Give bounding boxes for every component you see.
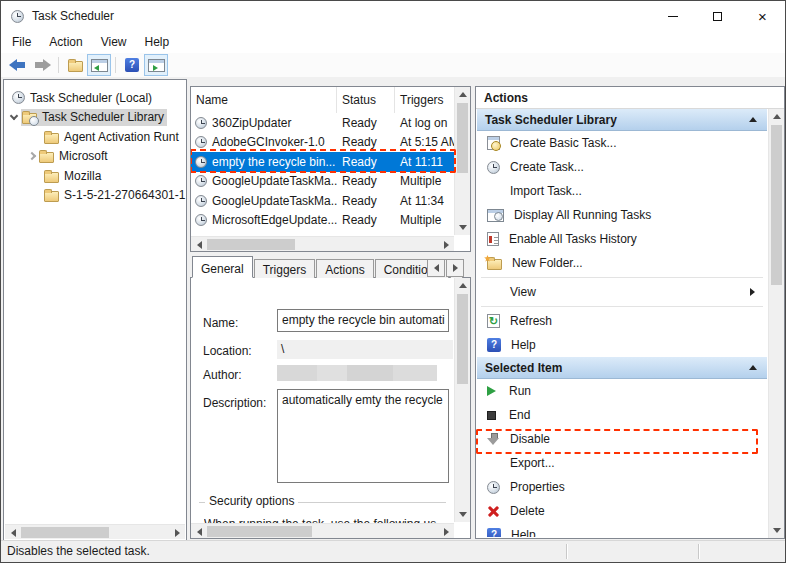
scroll-up-button[interactable] bbox=[769, 109, 785, 124]
scrollbar-thumb[interactable] bbox=[207, 526, 312, 537]
task-row[interactable]: AdobeGCInvoker-1.0 Ready At 5:15 AM bbox=[191, 133, 454, 153]
scroll-right-button[interactable] bbox=[438, 237, 454, 252]
task-row[interactable]: GoogleUpdateTaskMa... Ready Multiple bbox=[191, 172, 454, 192]
task-row[interactable]: GoogleUpdateTaskMa... Ready At 11:34 bbox=[191, 191, 454, 211]
details-vertical-scrollbar[interactable] bbox=[454, 278, 470, 522]
chevron-right-icon[interactable] bbox=[28, 152, 36, 160]
scroll-up-button[interactable] bbox=[455, 87, 471, 102]
description-field[interactable]: automatically emty the recycle bbox=[277, 389, 449, 483]
task-row-selected[interactable]: empty the recycle bin... Ready At 11:11 bbox=[191, 152, 454, 172]
tree-horizontal-scrollbar[interactable] bbox=[5, 524, 185, 539]
scroll-left-button[interactable] bbox=[5, 525, 21, 540]
submenu-arrow-icon bbox=[750, 288, 755, 296]
scroll-right-button[interactable] bbox=[438, 524, 454, 539]
help-button[interactable] bbox=[120, 54, 144, 76]
tree-item-root[interactable]: Task Scheduler (Local) bbox=[4, 88, 186, 108]
task-name-field[interactable]: empty the recycle bin automati bbox=[277, 309, 449, 332]
action-display-running-tasks[interactable]: Display All Running Tasks bbox=[477, 203, 767, 227]
column-header-name[interactable]: Name bbox=[191, 87, 337, 113]
collapse-icon[interactable] bbox=[749, 117, 757, 122]
task-list-horizontal-scrollbar[interactable] bbox=[191, 236, 454, 251]
task-name: MicrosoftEdgeUpdate... bbox=[212, 213, 337, 227]
scrollbar-thumb[interactable] bbox=[457, 103, 468, 173]
section-header-label: Task Scheduler Library bbox=[485, 113, 617, 127]
task-list-vertical-scrollbar[interactable] bbox=[454, 87, 470, 235]
action-pane-toggle-button[interactable] bbox=[144, 54, 168, 76]
section-header-selected-item[interactable]: Selected Item bbox=[477, 357, 767, 379]
menu-view[interactable]: View bbox=[92, 31, 136, 53]
task-row[interactable]: 360ZipUpdater Ready At log on bbox=[191, 113, 454, 133]
action-create-task[interactable]: Create Task... bbox=[477, 155, 767, 179]
action-pane-icon bbox=[148, 59, 165, 72]
display-running-tasks-icon bbox=[487, 209, 504, 222]
forward-button[interactable] bbox=[30, 54, 54, 76]
console-tree-toggle-button[interactable] bbox=[87, 54, 111, 76]
chevron-down-icon[interactable] bbox=[10, 112, 18, 120]
window-title: Task Scheduler bbox=[32, 9, 114, 23]
action-properties[interactable]: Properties bbox=[477, 475, 767, 499]
scroll-down-button[interactable] bbox=[769, 523, 785, 538]
task-status: Ready bbox=[337, 155, 395, 169]
scroll-up-button[interactable] bbox=[455, 278, 471, 293]
action-delete[interactable]: Delete bbox=[477, 499, 767, 523]
disable-icon bbox=[487, 433, 500, 445]
menu-action[interactable]: Action bbox=[40, 31, 91, 53]
action-help-selected[interactable]: Help bbox=[477, 523, 767, 537]
scrollbar-thumb[interactable] bbox=[207, 239, 295, 250]
tree-item-sid[interactable]: S-1-5-21-270664301-1 bbox=[4, 186, 186, 206]
action-help[interactable]: Help bbox=[477, 333, 767, 357]
column-header-triggers[interactable]: Triggers bbox=[395, 87, 454, 113]
scrollbar-thumb[interactable] bbox=[457, 294, 468, 384]
action-enable-history[interactable]: Enable All Tasks History bbox=[477, 227, 767, 251]
scroll-left-button[interactable] bbox=[191, 237, 207, 252]
tab-actions[interactable]: Actions bbox=[316, 259, 373, 278]
scrollbar-thumb[interactable] bbox=[771, 125, 782, 285]
section-header-library[interactable]: Task Scheduler Library bbox=[477, 109, 767, 131]
maximize-button[interactable] bbox=[695, 1, 740, 31]
scroll-right-button[interactable] bbox=[169, 525, 185, 540]
scroll-left-button[interactable] bbox=[191, 524, 207, 539]
close-button[interactable]: × bbox=[740, 1, 785, 31]
tab-general[interactable]: General bbox=[192, 256, 253, 278]
tab-scroll-left-button[interactable] bbox=[427, 259, 445, 277]
menu-file[interactable]: File bbox=[3, 31, 40, 53]
scrollbar-thumb[interactable] bbox=[21, 527, 109, 538]
tree-item-microsoft[interactable]: Microsoft bbox=[4, 147, 186, 167]
task-name: 360ZipUpdater bbox=[212, 116, 291, 130]
action-label: Refresh bbox=[510, 314, 552, 328]
action-view[interactable]: View bbox=[477, 280, 767, 304]
actions-vertical-scrollbar[interactable] bbox=[768, 109, 784, 538]
scroll-down-button[interactable] bbox=[455, 507, 471, 522]
collapse-icon[interactable] bbox=[749, 365, 757, 370]
action-new-folder[interactable]: New Folder... bbox=[477, 251, 767, 275]
minimize-button[interactable] bbox=[650, 1, 695, 31]
menu-help[interactable]: Help bbox=[136, 31, 179, 53]
action-run[interactable]: Run bbox=[477, 379, 767, 403]
action-create-basic-task[interactable]: Create Basic Task... bbox=[477, 131, 767, 155]
scroll-down-button[interactable] bbox=[455, 220, 471, 235]
action-export[interactable]: Export... bbox=[477, 451, 767, 475]
back-button[interactable] bbox=[6, 54, 30, 76]
tree-item-library[interactable]: Task Scheduler Library bbox=[4, 108, 186, 128]
tab-triggers[interactable]: Triggers bbox=[254, 259, 316, 278]
column-header-status[interactable]: Status bbox=[337, 87, 395, 113]
task-status: Ready bbox=[337, 213, 395, 227]
toolbar-separator bbox=[58, 57, 59, 73]
action-label: Enable All Tasks History bbox=[509, 232, 637, 246]
console-tree-icon bbox=[91, 59, 108, 72]
action-refresh[interactable]: Refresh bbox=[477, 309, 767, 333]
run-icon bbox=[487, 386, 496, 396]
action-import-task[interactable]: Import Task... bbox=[477, 179, 767, 203]
tree-item-label: S-1-5-21-270664301-1 bbox=[64, 188, 185, 202]
action-end[interactable]: End bbox=[477, 403, 767, 427]
tab-scroll-right-button[interactable] bbox=[446, 259, 464, 277]
action-label: New Folder... bbox=[512, 256, 583, 270]
task-row[interactable]: MicrosoftEdgeUpdate... Ready Multiple bbox=[191, 211, 454, 231]
details-horizontal-scrollbar[interactable] bbox=[191, 523, 454, 538]
action-disable[interactable]: Disable bbox=[477, 427, 767, 451]
show-folder-button[interactable] bbox=[63, 54, 87, 76]
tree-item-agent-activation[interactable]: Agent Activation Runt bbox=[4, 127, 186, 147]
toolbar-separator bbox=[115, 57, 116, 73]
tree-item-mozilla[interactable]: Mozilla bbox=[4, 166, 186, 186]
action-label: Display All Running Tasks bbox=[514, 208, 651, 222]
